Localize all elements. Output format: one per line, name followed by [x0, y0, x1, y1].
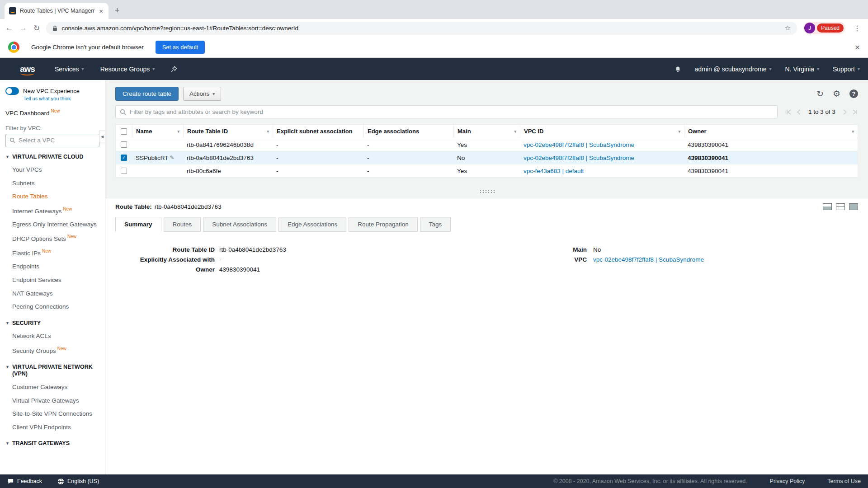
browser-tab[interactable]: Route Tables | VPC Manageme ×: [5, 3, 108, 19]
cell-vpc-id-link[interactable]: vpc-02ebe498f7f2ffaf8 | ScubaSyndrome: [520, 141, 684, 148]
tab-tags[interactable]: Tags: [420, 217, 451, 232]
privacy-policy-link[interactable]: Privacy Policy: [770, 478, 805, 484]
url-bar[interactable]: console.aws.amazon.com/vpc/home?region=u…: [46, 22, 797, 35]
tab-close-icon[interactable]: ×: [98, 7, 104, 15]
layout-full-icon[interactable]: [849, 203, 858, 210]
sidebar-item-client-vpn-endpoints[interactable]: Client VPN Endpoints: [0, 421, 105, 434]
tab-subnet-associations[interactable]: Subnet Associations: [203, 217, 276, 232]
col-header-edge-associations[interactable]: Edge associations: [363, 125, 453, 138]
prev-page-icon[interactable]: [796, 109, 802, 115]
last-page-icon[interactable]: [852, 109, 858, 115]
sidebar-item-endpoint-services[interactable]: Endpoint Services: [0, 273, 105, 287]
sidebar-item-your-vpcs[interactable]: Your VPCs: [0, 163, 105, 177]
bookmark-star-icon[interactable]: ☆: [785, 24, 791, 32]
sidebar-item-endpoints[interactable]: Endpoints: [0, 260, 105, 273]
sidebar-section-vpn[interactable]: ▼ VIRTUAL PRIVATE NETWORK (VPN): [0, 357, 105, 380]
row-checkbox-checked[interactable]: [121, 155, 127, 161]
url-text[interactable]: console.aws.amazon.com/vpc/home?region=u…: [61, 25, 781, 32]
sidebar-item-elastic-ips[interactable]: Elastic IPsNew: [0, 245, 105, 260]
actions-button[interactable]: Actions ▾: [183, 87, 221, 101]
profile-chip[interactable]: J Paused: [803, 22, 845, 34]
browser-menu-icon[interactable]: ⋮: [852, 24, 863, 33]
select-all-checkbox[interactable]: [121, 128, 127, 135]
col-header-owner[interactable]: Owner▾: [684, 125, 858, 138]
col-header-main[interactable]: Main▾: [453, 125, 520, 138]
sync-paused-badge: Paused: [817, 23, 844, 33]
sidebar-item-egress-only-internet-gateways[interactable]: Egress Only Internet Gateways: [0, 218, 105, 231]
row-checkbox[interactable]: [121, 141, 127, 148]
detail-tabs: Summary Routes Subnet Associations Edge …: [115, 217, 858, 232]
sidebar-item-network-acls[interactable]: Network ACLs: [0, 329, 105, 343]
sidebar-item-route-tables[interactable]: Route Tables: [0, 190, 105, 203]
create-route-table-button[interactable]: Create route table: [115, 87, 179, 101]
vpc-value-link[interactable]: vpc-02ebe498f7f2ffaf8 | ScubaSyndrome: [593, 256, 704, 263]
col-label: Explicit subnet association: [277, 128, 353, 135]
tab-summary[interactable]: Summary: [115, 217, 161, 232]
detail-title-value: rtb-0a4b8041de2bd3763: [155, 203, 222, 210]
col-header-name[interactable]: Name▾: [132, 125, 183, 138]
language-button[interactable]: English (US): [57, 478, 99, 485]
layout-rows-icon[interactable]: [836, 203, 845, 210]
sidebar-item-internet-gateways[interactable]: Internet GatewaysNew: [0, 203, 105, 218]
vpc-select[interactable]: Select a VPC: [5, 134, 99, 147]
sidebar-item-subnets[interactable]: Subnets: [0, 177, 105, 190]
new-tab-button[interactable]: +: [108, 6, 126, 19]
table-row[interactable]: rtb-0a8417696246b038d - - Yes vpc-02ebe4…: [116, 138, 858, 151]
pagination: 1 to 3 of 3: [786, 108, 858, 115]
feedback-button[interactable]: Feedback: [7, 478, 42, 485]
new-vpc-experience-toggle[interactable]: [5, 87, 19, 95]
cell-vpc-id-link[interactable]: vpc-02ebe498f7f2ffaf8 | ScubaSyndrome: [520, 155, 684, 161]
tab-routes[interactable]: Routes: [164, 217, 201, 232]
sidebar-item-site-to-site-vpn-connections[interactable]: Site-to-Site VPN Connections: [0, 407, 105, 421]
drag-handle-icon[interactable]: [479, 190, 495, 193]
table-row-selected[interactable]: SSPublicRT✎ rtb-0a4b8041de2bd3763 - - No…: [116, 151, 858, 164]
sidebar-item-security-groups[interactable]: Security GroupsNew: [0, 343, 105, 357]
forward-icon[interactable]: →: [19, 23, 27, 33]
support-menu[interactable]: Support ▾: [833, 66, 860, 73]
notifications-bell-icon[interactable]: [675, 66, 681, 73]
sidebar-item-dhcp-options-sets[interactable]: DHCP Options SetsNew: [0, 231, 105, 245]
set-as-default-button[interactable]: Set as default: [156, 41, 205, 54]
table-row[interactable]: rtb-80c6a6fe - - Yes vpc-fe43a683 | defa…: [116, 164, 858, 178]
sidebar-item-virtual-private-gateways[interactable]: Virtual Private Gateways: [0, 394, 105, 408]
cell-vpc-id-link[interactable]: vpc-fe43a683 | default: [520, 168, 684, 174]
sidebar-section-transit-gateways[interactable]: ▼ TRANSIT GATEWAYS: [0, 434, 105, 450]
sidebar-section-vpc[interactable]: ▼ VIRTUAL PRIVATE CLOUD: [0, 147, 105, 164]
route-table-name: SSPublicRT: [136, 155, 169, 161]
col-header-route-table-id[interactable]: Route Table ID▾: [183, 125, 273, 138]
tell-us-link[interactable]: Tell us what you think: [0, 95, 105, 101]
help-icon[interactable]: ?: [849, 89, 858, 98]
resource-groups-menu[interactable]: Resource Groups ▾: [100, 66, 155, 73]
notice-close-icon[interactable]: ×: [855, 42, 860, 52]
filter-input[interactable]: [130, 108, 773, 115]
col-header-vpc-id[interactable]: VPC ID▾: [520, 125, 684, 138]
chevron-down-icon: ▼: [5, 364, 9, 378]
sidebar-collapse-handle[interactable]: ◀: [99, 131, 105, 142]
region-menu[interactable]: N. Virginia ▾: [785, 66, 819, 73]
edit-name-pencil-icon[interactable]: ✎: [170, 155, 175, 161]
next-page-icon[interactable]: [841, 109, 848, 115]
work-area: New VPC Experience Tell us what you thin…: [0, 80, 868, 474]
row-checkbox[interactable]: [121, 168, 127, 174]
back-icon[interactable]: ←: [5, 23, 13, 33]
pin-icon[interactable]: [171, 66, 177, 72]
lock-icon[interactable]: [52, 25, 57, 31]
gear-icon[interactable]: ⚙: [833, 89, 840, 99]
sidebar-section-security[interactable]: ▼ SECURITY: [0, 314, 105, 330]
first-page-icon[interactable]: [786, 109, 792, 115]
tab-edge-associations[interactable]: Edge Associations: [278, 217, 346, 232]
sidebar-item-nat-gateways[interactable]: NAT Gateways: [0, 287, 105, 300]
panel-splitter[interactable]: [105, 178, 868, 198]
col-header-explicit-subnet-association[interactable]: Explicit subnet association: [273, 125, 363, 138]
layout-split-icon[interactable]: [823, 203, 832, 210]
aws-logo[interactable]: aws: [20, 64, 35, 74]
terms-of-use-link[interactable]: Terms of Use: [827, 478, 861, 484]
refresh-icon[interactable]: ↻: [816, 89, 824, 99]
sidebar-item-customer-gateways[interactable]: Customer Gateways: [0, 380, 105, 394]
account-menu[interactable]: admin @ scubasyndrome ▾: [695, 66, 772, 73]
tab-route-propagation[interactable]: Route Propagation: [349, 217, 418, 232]
services-menu[interactable]: Services ▾: [55, 66, 84, 73]
sidebar-item-peering-connections[interactable]: Peering Connections: [0, 300, 105, 314]
sidebar-item-vpc-dashboard[interactable]: VPC DashboardNew: [0, 101, 105, 118]
reload-icon[interactable]: ↻: [33, 23, 40, 33]
